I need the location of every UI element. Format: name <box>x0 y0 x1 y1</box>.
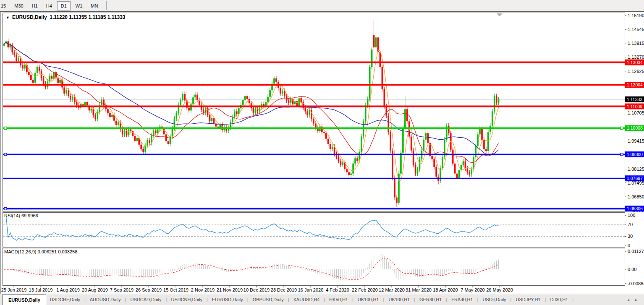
svg-text:30: 30 <box>628 234 633 239</box>
ma-slow-line <box>4 42 499 155</box>
svg-text:0: 0 <box>628 243 630 248</box>
chart-tab-GER30-H1[interactable]: GER30,H1 <box>416 294 445 305</box>
chart-tab-GBPUSD-Daily[interactable]: GBPUSD,Daily <box>249 294 288 305</box>
svg-text:10 Dec 2019: 10 Dec 2019 <box>243 287 270 292</box>
chart-tab-USOil-Daily[interactable]: USOil,Daily <box>479 294 510 305</box>
price-badge-1.11009: 1.11009 <box>625 104 644 109</box>
svg-text:31 Mar 2020: 31 Mar 2020 <box>406 287 432 292</box>
macd-axis-labels: 0.0112770.00-0.008845 <box>625 249 644 286</box>
svg-text:7 May 2020: 7 May 2020 <box>461 287 484 292</box>
svg-text:1.12004: 1.12004 <box>627 82 643 87</box>
timeframe-button-MN[interactable]: MN <box>87 1 101 10</box>
timeframe-button-W1[interactable]: W1 <box>72 1 86 10</box>
chart-tab-USDCAD-Daily[interactable]: USDCAD,Daily <box>127 294 165 305</box>
svg-text:13 Jul 2019: 13 Jul 2019 <box>29 287 53 292</box>
candles-group <box>3 21 500 207</box>
price-badge-1.07697: 1.07697 <box>625 175 644 181</box>
svg-text:-0.008845: -0.008845 <box>628 281 644 286</box>
svg-text:18 Apr 2020: 18 Apr 2020 <box>433 287 458 292</box>
hline-1.06306[interactable] <box>3 207 625 210</box>
chart-tab-USDCNH-Daily[interactable]: USDCNH,Daily <box>167 294 206 305</box>
chart-ohlc-values: 1.11220 1.11355 1.11185 1.11333 <box>50 14 125 20</box>
chart-tab-HK50-H1[interactable]: HK50,H1 <box>325 294 352 305</box>
chart-tab-AUDUSD-Daily[interactable]: AUDUSD,Daily <box>86 294 125 305</box>
svg-text:70: 70 <box>628 222 633 227</box>
svg-text:1.07697: 1.07697 <box>627 176 643 181</box>
svg-text:4 Feb 2020: 4 Feb 2020 <box>326 287 349 292</box>
current-price-badge: 1.11333 <box>625 96 644 102</box>
chart-tab-EURUSD-Daily[interactable]: EURUSD,Daily <box>3 294 46 305</box>
hline-handle <box>620 153 623 156</box>
svg-text:1.08800: 1.08800 <box>627 152 643 157</box>
svg-text:1.09415: 1.09415 <box>628 138 644 143</box>
hline-1.10008[interactable] <box>3 127 625 129</box>
price-chart[interactable]: 1.151901.145451.139151.132701.126251.107… <box>0 0 644 294</box>
svg-text:22 Feb 2020: 22 Feb 2020 <box>352 287 378 292</box>
chart-tab-DJ30-H1[interactable]: DJ30,H1 <box>546 294 572 305</box>
price-badge-1.06306: 1.06306 <box>625 206 644 211</box>
rsi-panel-border <box>3 213 625 248</box>
rsi-label: RSI(14) 69.9966 <box>4 213 38 218</box>
tab-scroll-left-icon[interactable]: ◂ <box>627 297 629 302</box>
svg-text:15 Oct 2019: 15 Oct 2019 <box>163 287 188 292</box>
chart-tab-UK100-H1[interactable]: UK100,H1 <box>354 294 383 305</box>
timeframe-button-H4[interactable]: H4 <box>43 1 55 10</box>
chart-shift-marker-icon[interactable] <box>497 13 503 16</box>
timeframe-button-H1[interactable]: H1 <box>29 1 41 10</box>
svg-text:1.08125: 1.08125 <box>628 167 644 172</box>
chart-symbol: EURUSD,Daily <box>12 14 47 20</box>
svg-text:12 Mar 2020: 12 Mar 2020 <box>379 287 405 292</box>
macd-histogram <box>4 252 499 281</box>
timeframe-button-15[interactable]: 15 <box>0 1 9 10</box>
chart-tab-UK100-H1[interactable]: UK100,H1 <box>385 294 414 305</box>
svg-text:0.00: 0.00 <box>628 267 636 272</box>
hline-1.08800[interactable] <box>3 153 625 156</box>
date-axis-labels: 25 Jun 201913 Jul 20191 Aug 201920 Aug 2… <box>1 286 513 292</box>
timeframe-button-M30[interactable]: M30 <box>11 1 26 10</box>
svg-text:25 Jun 2019: 25 Jun 2019 <box>1 287 27 292</box>
svg-text:1.06306: 1.06306 <box>627 206 643 211</box>
chart-tab-XAUUSD-H4[interactable]: XAUUSD,H4 <box>290 294 324 305</box>
chart-tab-USDCHF-Daily[interactable]: USDCHF,Daily <box>46 294 84 305</box>
tab-scroll-right-icon[interactable]: ▸ <box>635 297 637 302</box>
svg-text:26 Sep 2019: 26 Sep 2019 <box>136 287 162 292</box>
svg-text:7 Sep 2019: 7 Sep 2019 <box>110 287 134 292</box>
hline-handle <box>4 127 7 129</box>
chart-tab-EURUSD-Daily[interactable]: EURUSD,Daily <box>208 294 247 305</box>
hline-handle <box>4 153 7 156</box>
svg-text:1.10705: 1.10705 <box>628 110 644 115</box>
trading-terminal: 15M30H1H4D1W1MN 1.151901.145451.139151.1… <box>0 0 644 305</box>
symbol-dropdown-icon[interactable]: ▼ <box>6 16 10 20</box>
hline-handle <box>4 207 7 210</box>
svg-text:28 Dec 2019: 28 Dec 2019 <box>271 287 297 292</box>
svg-text:1.15190: 1.15190 <box>628 13 644 18</box>
svg-text:1.13915: 1.13915 <box>628 41 644 46</box>
price-badge-1.12004: 1.12004 <box>625 82 644 88</box>
svg-text:1.10008: 1.10008 <box>627 125 643 130</box>
hline-handle <box>620 127 623 129</box>
timeframe-button-D1[interactable]: D1 <box>57 1 71 10</box>
svg-text:26 May 2020: 26 May 2020 <box>486 287 513 292</box>
svg-text:1.11009: 1.11009 <box>627 104 642 109</box>
macd-panel-border <box>3 248 625 286</box>
tab-separator: | <box>572 294 574 305</box>
svg-text:1.14545: 1.14545 <box>628 27 644 32</box>
tab-scroll-arrows[interactable]: ◂▸ <box>620 294 644 305</box>
svg-text:1.12625: 1.12625 <box>628 69 644 74</box>
toolbar-separator <box>106 1 107 10</box>
chart-tab-USDJPY-H1[interactable]: USDJPY,H1 <box>512 294 544 305</box>
chart-tab-FRA40-H1[interactable]: FRA40,H1 <box>448 294 476 305</box>
price-badge-1.13034: 1.13034 <box>625 60 644 65</box>
svg-text:1 Aug 2019: 1 Aug 2019 <box>56 287 80 292</box>
price-badge-1.10008: 1.10008 <box>625 125 644 131</box>
timeframe-toolbar: 15M30H1H4D1W1MN <box>0 0 644 12</box>
svg-text:1.13034: 1.13034 <box>627 60 643 65</box>
svg-text:1.11333: 1.11333 <box>627 97 642 102</box>
chart-tabs: EURUSD,DailyUSDCHF,Daily|AUDUSD,Daily|US… <box>0 294 644 305</box>
rsi-line <box>6 216 498 240</box>
svg-text:100: 100 <box>628 213 635 218</box>
chart-title: ▼EURUSD,Daily 1.11220 1.11355 1.11185 1.… <box>6 14 125 20</box>
price-badge-1.08800: 1.08800 <box>625 151 644 157</box>
rsi-axis-labels: 10070300 <box>625 213 635 248</box>
macd-label: MACD(12,26,9) 0.006251 0.003258 <box>4 249 77 254</box>
